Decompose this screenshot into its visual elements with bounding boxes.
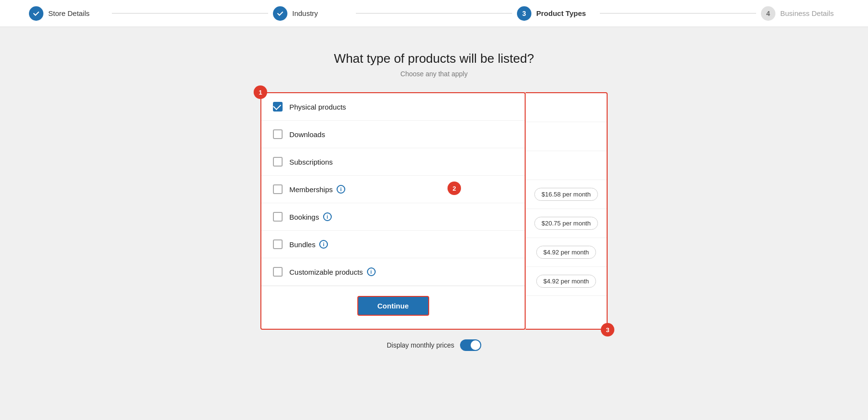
product-type-list: Physical products Downloads Subscription… — [260, 92, 526, 330]
continue-row: Continue — [261, 286, 525, 323]
annotation-1: 1 — [254, 85, 267, 99]
page-title: What type of products will be listed? — [334, 51, 534, 66]
price-badge-customizable: $4.92 per month — [536, 275, 597, 288]
checkbox-item-downloads[interactable]: Downloads — [261, 121, 525, 148]
label-downloads: Downloads — [289, 130, 325, 139]
annotation-2: 2 — [448, 182, 461, 195]
checkbox-item-customizable[interactable]: Customizable products i — [261, 258, 525, 286]
checkbox-physical[interactable] — [273, 102, 283, 112]
stepper: Store Details Industry 3 Product Types 4… — [0, 0, 868, 27]
pricing-column: $16.58 per month $20.75 per month $4.92 … — [526, 92, 608, 330]
continue-button[interactable]: Continue — [357, 296, 429, 316]
step-4-icon: 4 — [761, 6, 775, 21]
step-product-types: 3 Product Types — [517, 6, 595, 21]
pricing-bundles: $4.92 per month — [526, 238, 607, 267]
card-wrapper: 1 2 Physical products Downloads Subscrip… — [260, 92, 608, 330]
pricing-physical — [526, 93, 607, 122]
pricing-continue-spacer — [526, 296, 607, 329]
checkbox-bookings[interactable] — [273, 212, 283, 222]
main-content: What type of products will be listed? Ch… — [0, 27, 868, 351]
page-subtitle: Choose any that apply — [400, 70, 467, 78]
info-icon-bookings[interactable]: i — [323, 212, 332, 221]
step-4-label: Business Details — [780, 9, 834, 17]
info-icon-customizable[interactable]: i — [367, 267, 376, 276]
checkbox-item-bookings[interactable]: Bookings i — [261, 203, 525, 231]
label-subscriptions: Subscriptions — [289, 158, 333, 166]
checkbox-memberships[interactable] — [273, 184, 283, 194]
checkbox-item-memberships[interactable]: Memberships i — [261, 176, 525, 203]
step-2-label: Industry — [292, 9, 318, 17]
monthly-prices-toggle[interactable] — [460, 339, 481, 351]
price-badge-bundles: $4.92 per month — [536, 246, 597, 259]
label-physical: Physical products — [289, 103, 346, 111]
checkbox-item-subscriptions[interactable]: Subscriptions — [261, 148, 525, 176]
checkbox-downloads[interactable] — [273, 129, 283, 139]
step-3-icon: 3 — [517, 6, 531, 21]
step-3-label: Product Types — [536, 9, 586, 17]
step-2-icon — [273, 6, 287, 21]
label-customizable: Customizable products i — [289, 267, 376, 276]
checkbox-item-bundles[interactable]: Bundles i — [261, 231, 525, 258]
checkbox-subscriptions[interactable] — [273, 157, 283, 167]
pricing-bookings: $20.75 per month — [526, 209, 607, 238]
pricing-subscriptions — [526, 151, 607, 180]
step-divider-3 — [600, 13, 756, 14]
step-store-details: Store Details — [29, 6, 107, 21]
step-divider-2 — [356, 13, 512, 14]
checkbox-bundles[interactable] — [273, 239, 283, 249]
info-icon-bundles[interactable]: i — [319, 240, 328, 249]
checkbox-customizable[interactable] — [273, 267, 283, 277]
step-1-label: Store Details — [48, 9, 90, 17]
step-business-details: 4 Business Details — [761, 6, 839, 21]
toggle-label: Display monthly prices — [387, 341, 454, 349]
label-bookings: Bookings i — [289, 212, 332, 221]
price-badge-bookings: $20.75 per month — [534, 217, 598, 230]
pricing-customizable: $4.92 per month — [526, 267, 607, 296]
pricing-memberships: $16.58 per month — [526, 180, 607, 209]
toggle-row: Display monthly prices — [387, 339, 481, 351]
info-icon-memberships[interactable]: i — [337, 185, 345, 194]
step-1-icon — [29, 6, 43, 21]
label-memberships: Memberships i — [289, 185, 345, 194]
price-badge-memberships: $16.58 per month — [534, 188, 598, 201]
annotation-3: 3 — [601, 323, 614, 336]
step-industry: Industry — [273, 6, 351, 21]
step-divider-1 — [112, 13, 268, 14]
label-bundles: Bundles i — [289, 240, 328, 249]
pricing-downloads — [526, 122, 607, 151]
checkbox-item-physical[interactable]: Physical products — [261, 93, 525, 121]
